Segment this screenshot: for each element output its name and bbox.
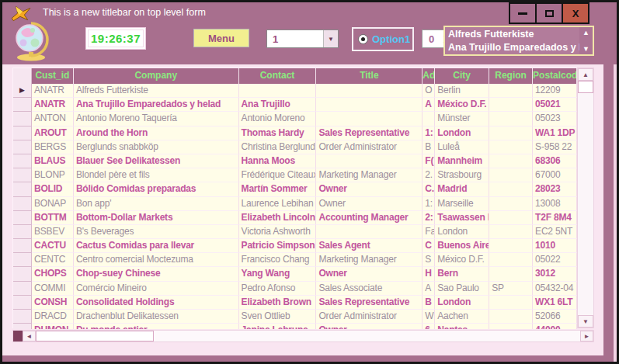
grid-cell-addr[interactable]: 1: <box>423 127 435 140</box>
grid-cell-city[interactable]: Sao Paulo <box>435 282 489 296</box>
grid-cell-addr[interactable]: S <box>423 253 435 267</box>
grid-cell-addr[interactable]: W <box>423 310 435 324</box>
row-selector-header[interactable] <box>13 68 32 84</box>
scroll-right-icon[interactable]: ► <box>580 331 593 341</box>
grid-cell-postal[interactable]: 13008 <box>533 197 577 211</box>
grid-cell-title[interactable]: Order Administrator <box>316 140 423 154</box>
column-header[interactable]: Postalcode <box>533 68 577 84</box>
table-row[interactable]: COMMIComércio MineiroPedro AfonsoSales A… <box>13 282 577 296</box>
row-selector[interactable] <box>13 154 32 168</box>
grid-cell-id[interactable]: BERGS <box>32 140 74 154</box>
grid-cell-city[interactable]: London <box>435 296 489 310</box>
column-header[interactable]: Title <box>316 68 423 84</box>
table-row[interactable]: CACTUCactus Comidas para llevarPatricio … <box>13 239 577 253</box>
row-selector[interactable] <box>13 127 32 140</box>
grid-cell-region[interactable] <box>489 168 533 182</box>
grid-cell-company[interactable]: Around the Horn <box>74 127 239 140</box>
grid-cell-contact[interactable]: Frédérique Citeaux <box>239 168 317 182</box>
grid-cell-addr[interactable]: Fa <box>423 225 435 239</box>
grid-cell-title[interactable] <box>316 112 423 126</box>
grid-cell-city[interactable]: México D.F. <box>435 98 489 112</box>
table-row[interactable]: ANATRAna Trujillo Emparedados y heladAna… <box>13 98 577 112</box>
vertical-scroll-track[interactable] <box>578 93 593 315</box>
grid-cell-city[interactable]: Luleå <box>435 140 489 154</box>
grid-cell-addr[interactable]: C <box>423 239 435 253</box>
grid-cell-id[interactable]: CACTU <box>32 239 74 253</box>
grid-cell-region[interactable] <box>489 310 533 324</box>
grid-cell-addr[interactable]: A <box>423 98 435 112</box>
grid-cell-postal[interactable]: 1010 <box>533 239 577 253</box>
grid-cell-id[interactable]: BONAP <box>32 197 74 211</box>
grid-cell-region[interactable] <box>489 225 533 239</box>
grid-cell-title[interactable]: Accounting Manager <box>316 211 423 225</box>
grid-cell-city[interactable]: Berlin <box>435 84 489 98</box>
grid-cell-city[interactable]: México D.F. <box>435 253 489 267</box>
grid-cell-title[interactable] <box>316 84 423 98</box>
grid-cell-addr[interactable]: B <box>423 140 435 154</box>
column-header[interactable]: Contact <box>239 68 317 84</box>
grid-cell-contact[interactable]: Ana Trujillo <box>239 98 317 112</box>
table-row[interactable]: BOTTMBottom-Dollar MarketsElizabeth Linc… <box>13 211 577 225</box>
grid-cell-contact[interactable] <box>239 84 317 98</box>
grid-cell-title[interactable]: Marketing Manager <box>316 253 423 267</box>
grid-cell-contact[interactable]: Christina Berglund <box>239 140 317 154</box>
grid-cell-city[interactable]: Tsawassen BC <box>435 211 489 225</box>
row-selector[interactable] <box>13 282 32 296</box>
grid-cell-postal[interactable]: WA1 1DP <box>533 127 577 140</box>
grid-cell-company[interactable]: Cactus Comidas para llevar <box>74 239 239 253</box>
table-row[interactable]: AROUTAround the HornThomas HardySales Re… <box>13 127 577 140</box>
grid-cell-region[interactable] <box>489 239 533 253</box>
column-header[interactable]: City <box>435 68 489 84</box>
row-selector[interactable] <box>13 182 32 196</box>
list-item[interactable]: Alfreds Futterkiste <box>445 28 579 41</box>
grid-cell-company[interactable]: Blondel père et fils <box>74 168 239 182</box>
grid-cell-city[interactable]: Strasbourg <box>435 168 489 182</box>
row-selector[interactable] <box>13 267 32 281</box>
table-row[interactable]: BOLIDBólido Comidas preparadasMartín Som… <box>13 182 577 196</box>
grid-cell-postal[interactable]: 44000 <box>533 324 577 329</box>
grid-cell-company[interactable]: Drachenblut Delikatessen <box>74 310 239 324</box>
customer-listbox[interactable]: Alfreds FutterkisteAna Trujillo Empareda… <box>443 26 594 56</box>
grid-cell-contact[interactable]: Victoria Ashworth <box>239 225 317 239</box>
row-selector[interactable] <box>13 211 32 225</box>
grid-cell-postal[interactable]: 12209 <box>533 84 577 98</box>
grid-cell-id[interactable]: BLAUS <box>32 154 74 168</box>
grid-cell-company[interactable]: Bon app' <box>74 197 239 211</box>
grid-cell-contact[interactable]: Laurence Lebihan <box>239 197 317 211</box>
grid-cell-addr[interactable]: 1: <box>423 197 435 211</box>
table-row[interactable]: BSBEVB's BeveragesVictoria AshworthFaLon… <box>13 225 577 239</box>
grid-cell-id[interactable]: DRACD <box>32 310 74 324</box>
grid-cell-addr[interactable]: F( <box>423 154 435 168</box>
grid-cell-region[interactable] <box>489 324 533 329</box>
number-combobox[interactable]: 1 ▼ <box>266 29 339 48</box>
close-button[interactable]: X <box>562 2 589 24</box>
vertical-scroll-thumb[interactable] <box>578 81 593 93</box>
grid-cell-addr[interactable] <box>423 112 435 126</box>
grid-cell-city[interactable]: London <box>435 127 489 140</box>
column-header[interactable]: Cust_id <box>32 68 74 84</box>
grid-cell-city[interactable]: Bern <box>435 267 489 281</box>
grid-cell-city[interactable]: Nantes <box>435 324 489 329</box>
table-row[interactable]: ▶ANATRAlfreds FutterkisteOBerlin12209 <box>13 84 577 98</box>
column-header[interactable]: Ad <box>423 68 435 84</box>
current-row-marker[interactable]: ▶ <box>13 84 32 98</box>
row-selector[interactable] <box>13 296 32 310</box>
grid-cell-region[interactable] <box>489 296 533 310</box>
grid-cell-postal[interactable]: 68306 <box>533 154 577 168</box>
row-selector[interactable] <box>13 197 32 211</box>
listbox-scrollbar[interactable]: ▲ ▼ <box>579 27 593 54</box>
grid-cell-id[interactable]: CENTC <box>32 253 74 267</box>
option1-radio[interactable] <box>358 34 368 44</box>
grid-cell-addr[interactable]: C. <box>423 182 435 196</box>
grid-cell-postal[interactable]: S-958 22 <box>533 140 577 154</box>
table-row[interactable]: ANTONAntonio Moreno TaqueríaAntonio More… <box>13 112 577 126</box>
grid-cell-addr[interactable]: 6 <box>423 324 435 329</box>
grid-cell-contact[interactable]: Antonio Moreno <box>239 112 317 126</box>
horizontal-scrollbar[interactable]: ◄ ► <box>12 330 594 342</box>
grid-cell-region[interactable] <box>489 127 533 140</box>
grid-cell-company[interactable]: Bólido Comidas preparadas <box>74 182 239 196</box>
row-selector[interactable] <box>13 310 32 324</box>
grid-cell-contact[interactable]: Thomas Hardy <box>239 127 317 140</box>
grid-cell-contact[interactable]: Martín Sommer <box>239 182 317 196</box>
table-row[interactable]: CENTCCentro comercial MoctezumaFrancisco… <box>13 253 577 267</box>
